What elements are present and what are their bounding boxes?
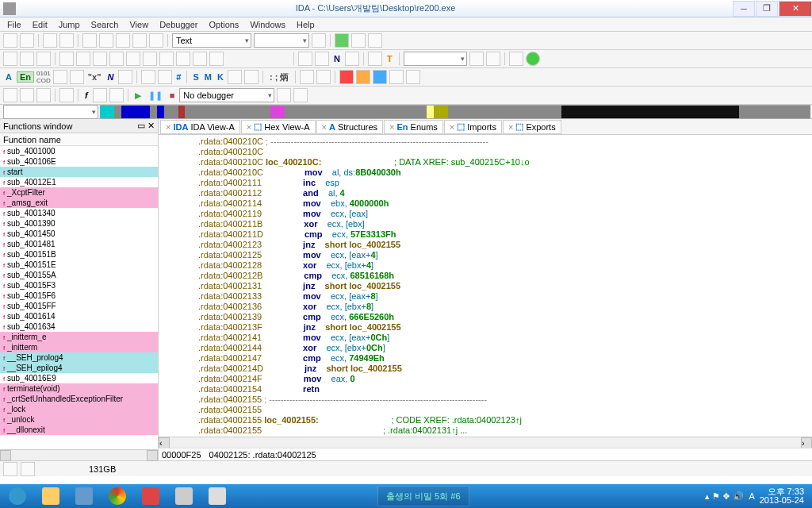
function-item[interactable]: f sub_4001340 [0,208,158,218]
menu-debugger[interactable]: Debugger [154,20,203,29]
tab-hex-view-a[interactable]: ×⬚Hex View-A [241,120,316,134]
tool-btn[interactable] [118,70,132,84]
menu-windows[interactable]: Windows [244,20,291,29]
ie-icon[interactable] [2,485,33,507]
function-item[interactable]: f sub_400155A [0,270,158,280]
function-item[interactable]: f sub_400151E [0,260,158,270]
function-item[interactable]: f sub_400151B [0,249,158,260]
function-item[interactable]: f _XcptFilter [0,187,158,198]
overview-navigator[interactable] [100,105,810,119]
system-tray[interactable]: ▴ ⚑ ❖ 🔊 A 오후 7:33 2013-05-24 [699,487,810,505]
close-tab-icon[interactable]: × [389,122,394,132]
tool-btn[interactable] [373,70,387,84]
tool-btn[interactable] [316,70,331,84]
tool-btn[interactable] [368,33,382,48]
python-icon[interactable] [21,462,35,476]
tool-btn[interactable] [59,52,74,66]
tool-btn[interactable] [70,70,84,84]
tool-btn[interactable] [20,52,34,66]
tool-btn[interactable] [486,52,500,66]
tool-btn[interactable] [228,70,242,84]
function-item[interactable]: f _crtSetUnhandledExceptionFilter [0,394,158,404]
taskbar-task[interactable]: 출생의 비밀 5회 #6 [377,486,469,506]
tool-btn[interactable] [368,52,382,66]
tool-btn[interactable] [93,52,107,66]
tool-btn[interactable] [36,52,51,66]
tab-ida-view-a[interactable]: ×IDAIDA View-A [160,120,240,134]
function-item[interactable]: f sub_40012E1 [0,177,158,187]
menu-jump[interactable]: Jump [53,20,86,29]
tool-btn[interactable] [298,52,312,66]
function-item[interactable]: f _unlock [0,414,158,425]
tool-btn[interactable] [176,52,190,66]
function-item[interactable]: f sub_40015F3 [0,280,158,291]
undock-icon[interactable]: ▭ ✕ [137,121,155,131]
tool-btn[interactable] [345,52,359,66]
tab-enums[interactable]: ×EnEnums [384,120,443,134]
menu-view[interactable]: View [124,20,154,29]
tool-btn[interactable] [20,88,34,102]
scroll-left-icon[interactable]: ‹ [159,437,170,448]
function-item[interactable]: f sub_4001634 [0,321,158,332]
forward-button[interactable] [59,33,74,48]
disassembly-view[interactable]: .rdata:0400210C ; ----------------------… [159,135,812,437]
tool-btn[interactable] [356,70,370,84]
scroll-right-icon[interactable] [147,450,158,461]
tool-btn[interactable] [3,52,17,66]
open-button[interactable] [3,33,17,48]
tool-btn[interactable] [159,52,174,66]
function-item[interactable]: f sub_4001450 [0,229,158,239]
value-combo[interactable] [254,33,309,48]
tool-btn[interactable] [36,88,51,102]
function-item[interactable]: f sub_40015F6 [0,291,158,301]
tool-btn[interactable] [277,88,291,102]
functions-column-header[interactable]: Function name [0,133,158,146]
tool-btn[interactable] [469,52,484,66]
function-item[interactable]: f __SEH_epilog4 [0,363,158,373]
tool-btn[interactable] [312,33,326,48]
tool-btn[interactable] [339,70,354,84]
tool-btn[interactable] [126,52,140,66]
function-item[interactable]: f sub_4001614 [0,311,158,321]
play-icon[interactable]: ▶ [132,90,144,101]
tool-btn[interactable] [158,70,172,84]
go-button[interactable] [335,33,349,48]
tool-btn[interactable] [315,52,329,66]
tray-lang[interactable]: A [749,491,754,501]
debugger-combo[interactable]: No debugger [179,88,274,102]
output-icon[interactable] [3,462,17,476]
app-icon[interactable] [135,485,167,507]
close-tab-icon[interactable]: × [166,122,170,132]
close-tab-icon[interactable]: × [450,122,454,132]
function-item[interactable]: f sub_4001390 [0,218,158,229]
scroll-right-icon[interactable]: › [801,437,812,448]
function-item[interactable]: f __dllonexit [0,425,158,435]
function-item[interactable]: f start [0,167,158,177]
menu-search[interactable]: Search [86,20,124,29]
maximize-button[interactable]: ❐ [756,1,778,17]
tool-btn[interactable] [143,52,157,66]
chart-icon[interactable] [300,70,314,84]
function-item[interactable]: f sub_4001000 [0,146,158,156]
function-item[interactable]: f _lock [0,404,158,414]
functions-list[interactable]: f sub_4001000f sub_400106Ef startf sub_4… [0,146,158,449]
explorer-icon[interactable] [35,485,67,507]
tool-btn[interactable] [109,88,124,102]
tool-btn[interactable] [76,52,90,66]
save-button[interactable] [20,33,34,48]
function-item[interactable]: f sub_40016E9 [0,373,158,383]
menu-options[interactable]: Options [203,20,244,29]
pause-icon[interactable]: ❚❚ [146,90,165,101]
close-tab-icon[interactable]: × [247,122,251,132]
close-tab-icon[interactable]: × [322,122,327,132]
search-next-button[interactable] [99,33,113,48]
function-item[interactable]: f sub_40015FF [0,301,158,311]
back-button[interactable] [43,33,57,48]
function-item[interactable]: f sub_4001481 [0,239,158,249]
app-icon[interactable] [68,485,100,507]
tool-btn[interactable] [406,70,420,84]
tab-imports[interactable]: ×⬚Imports [444,120,502,134]
tool-btn[interactable] [93,88,107,102]
app-icon[interactable] [168,485,200,507]
search-prev-button[interactable] [116,33,130,48]
